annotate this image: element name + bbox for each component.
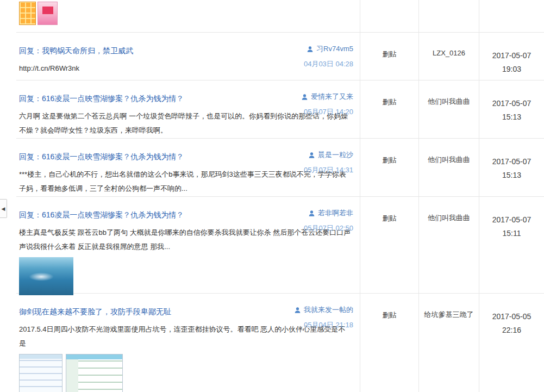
- post-title-link[interactable]: 回复：我鸭锅天命所归，禁卫威武: [19, 46, 133, 56]
- post-title-link[interactable]: 回复：616凌晨一点映雪湖惨案？仇杀为钱为情？: [19, 94, 184, 104]
- deleted-posts-table: 回复：我鸭锅天命所归，禁卫威武 习Rv74vm5 04月03日 04:28 ht…: [16, 0, 544, 392]
- person-icon: [308, 210, 315, 217]
- deleted-time: 19:03: [479, 63, 544, 76]
- operator-name: 给坑爹基三跪了: [424, 310, 474, 319]
- date-cell: 2017-05-07 15:11: [479, 197, 544, 293]
- author-block: 我就来发一帖的 05月04日 21:18: [294, 305, 353, 330]
- post-cell: [16, 0, 360, 32]
- post-cell: 回复：我鸭锅天命所归，禁卫威武 习Rv74vm5 04月03日 04:28 ht…: [16, 33, 360, 80]
- author-name-link[interactable]: 晨是一粒沙: [318, 150, 353, 160]
- deleted-time: 15:13: [479, 169, 544, 182]
- operator-name: 他们叫我曲曲: [428, 155, 470, 164]
- author-block: 若非啊若非 05月07日 02:50: [304, 208, 353, 233]
- post-cell: 回复：616凌晨一点映雪湖惨案？仇杀为钱为情？ 晨是一粒沙 05月07日 14:…: [16, 139, 360, 196]
- post-row-partial: [16, 0, 544, 33]
- delete-cell: 删贴: [360, 80, 418, 138]
- author-name-link[interactable]: 习Rv74vm5: [316, 44, 353, 54]
- emoji-grid-sticker-image[interactable]: [19, 2, 36, 25]
- post-row: 回复：616凌晨一点映雪湖惨案？仇杀为钱为情？ 晨是一粒沙 05月07日 14:…: [16, 139, 544, 197]
- author-block: 习Rv74vm5 04月03日 04:28: [304, 44, 353, 69]
- operator-cell: [418, 0, 479, 32]
- post-cell: 御剑现在越来越不要脸了，攻防手段卑鄙无耻 我就来发一帖的 05月04日 21:1…: [16, 294, 360, 392]
- delete-cell: 删贴: [360, 33, 418, 80]
- delete-post-button[interactable]: 删贴: [383, 311, 397, 319]
- post-time: 05月04日 21:18: [294, 320, 353, 330]
- post-title-link[interactable]: 回复：616凌晨一点映雪湖惨案？仇杀为钱为情？: [19, 210, 184, 220]
- person-icon: [301, 94, 308, 101]
- post-row: 回复：我鸭锅天命所归，禁卫威武 习Rv74vm5 04月03日 04:28 ht…: [16, 33, 544, 80]
- post-cell: 回复：616凌晨一点映雪湖惨案？仇杀为钱为情？ 爱情来了又来 05月07日 14…: [16, 80, 360, 138]
- pink-flower-sticker-image[interactable]: [37, 2, 58, 25]
- operator-cell: 他们叫我曲曲: [418, 80, 479, 138]
- delete-post-button[interactable]: 删贴: [383, 50, 397, 58]
- operator-cell: 他们叫我曲曲: [418, 197, 479, 293]
- post-time: 05月07日 14:20: [301, 107, 353, 117]
- date-cell: 2017-05-07 19:03: [479, 33, 544, 80]
- post-title-link[interactable]: 回复：616凌晨一点映雪湖惨案？仇杀为钱为情？: [19, 152, 184, 162]
- operator-cell: 他们叫我曲曲: [418, 139, 479, 196]
- person-icon: [294, 307, 301, 314]
- deleted-time: 15:13: [479, 110, 544, 124]
- deleted-time: 15:11: [479, 227, 544, 240]
- deleted-date: 2017-05-07: [479, 49, 544, 63]
- deleted-date: 2017-05-07: [479, 155, 544, 169]
- deleted-date: 2017-05-07: [479, 97, 544, 110]
- date-cell: 2017-05-05 22:16: [479, 294, 544, 392]
- date-cell: [479, 0, 544, 32]
- delete-post-button[interactable]: 删贴: [383, 98, 397, 106]
- delete-cell: 删贴: [360, 197, 418, 293]
- forum-moderation-page: ◀ 回复：我鸭锅天命所归，禁卫威武: [0, 0, 544, 392]
- post-title-link[interactable]: 御剑现在越来越不要脸了，攻防手段卑鄙无耻: [19, 307, 171, 317]
- delete-cell: 删贴: [360, 294, 418, 392]
- delete-post-button[interactable]: 删贴: [383, 214, 397, 222]
- delete-post-button[interactable]: 删贴: [383, 156, 397, 164]
- operator-cell: LZX_0126: [418, 33, 479, 80]
- operator-name: 他们叫我曲曲: [428, 97, 470, 105]
- delete-cell: 删贴: [360, 139, 418, 196]
- chat-screenshot-thumbnail-2[interactable]: [66, 354, 123, 392]
- author-block: 晨是一粒沙 05月07日 14:31: [304, 150, 353, 175]
- deleted-time: 22:16: [479, 323, 544, 337]
- chevron-left-icon: ◀: [2, 206, 5, 211]
- deleted-date: 2017-05-07: [479, 213, 544, 227]
- collapse-panel-button[interactable]: ◀: [0, 199, 7, 218]
- post-row: 回复：616凌晨一点映雪湖惨案？仇杀为钱为情？ 若非啊若非 05月07日 02:…: [16, 197, 544, 294]
- post-time: 05月07日 14:31: [304, 165, 353, 175]
- operator-name: 他们叫我曲曲: [428, 214, 470, 222]
- person-icon: [307, 46, 314, 53]
- date-cell: 2017-05-07 15:13: [479, 139, 544, 196]
- person-icon: [308, 152, 315, 159]
- author-block: 爱情来了又来 05月07日 14:20: [301, 92, 353, 117]
- delete-cell: [360, 0, 418, 32]
- post-cell: 回复：616凌晨一点映雪湖惨案？仇杀为钱为情？ 若非啊若非 05月07日 02:…: [16, 197, 360, 293]
- author-name-link[interactable]: 我就来发一帖的: [304, 305, 353, 315]
- post-row: 御剑现在越来越不要脸了，攻防手段卑鄙无耻 我就来发一帖的 05月04日 21:1…: [16, 294, 544, 392]
- operator-name: LZX_0126: [433, 49, 465, 57]
- date-cell: 2017-05-07 15:13: [479, 80, 544, 138]
- game-screenshot-thumbnail[interactable]: [19, 257, 73, 295]
- author-name-link[interactable]: 爱情来了又来: [311, 92, 353, 102]
- operator-cell: 给坑爹基三跪了: [418, 294, 479, 392]
- deleted-date: 2017-05-05: [479, 310, 544, 323]
- chat-screenshot-thumbnail-1[interactable]: [19, 354, 62, 392]
- author-name-link[interactable]: 若非啊若非: [318, 208, 353, 218]
- post-row: 回复：616凌晨一点映雪湖惨案？仇杀为钱为情？ 爱情来了又来 05月07日 14…: [16, 80, 544, 139]
- post-time: 05月07日 02:50: [304, 223, 353, 233]
- post-time: 04月03日 04:28: [304, 59, 353, 69]
